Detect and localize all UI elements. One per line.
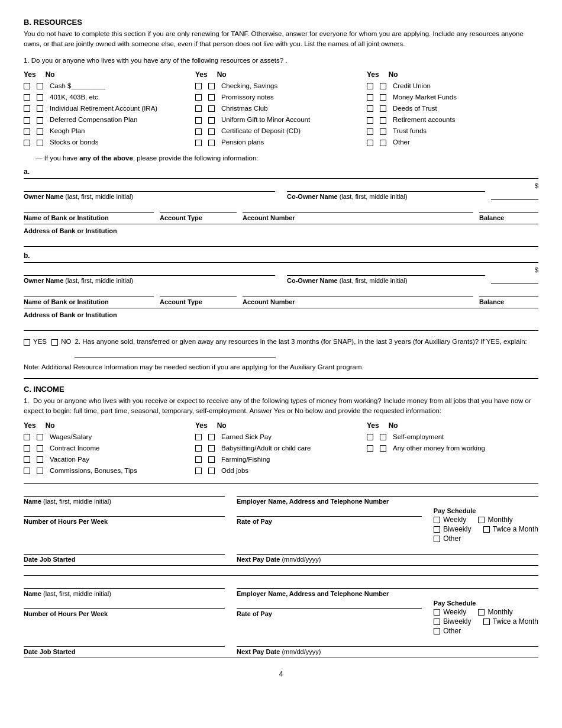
inc-yes-2-4[interactable] [195, 468, 202, 474]
q2-yes-checkbox[interactable] [24, 339, 30, 346]
no-checkbox-1-2[interactable] [37, 94, 43, 101]
owner-name-line-a[interactable] [24, 181, 275, 192]
emp1-employer-line[interactable] [237, 486, 538, 497]
no-checkbox-3-3[interactable] [380, 105, 386, 112]
bank-name-line-b[interactable] [24, 286, 154, 297]
inc-no-3-1[interactable] [380, 434, 386, 440]
inc-yes-2-2[interactable] [195, 445, 202, 452]
balance-line-a[interactable] [479, 202, 538, 213]
yes-checkbox-1-5[interactable] [24, 128, 30, 135]
emp2-weekly-checkbox[interactable] [434, 609, 440, 616]
yes-checkbox-1-2[interactable] [24, 94, 30, 101]
inc-no-1-1[interactable] [37, 434, 43, 440]
no-checkbox-2-1[interactable] [208, 83, 215, 89]
inc-col1-item-3: Vacation Pay [24, 455, 195, 464]
inc-yes-1-1[interactable] [24, 434, 30, 440]
yes-checkbox-3-2[interactable] [367, 94, 373, 101]
yes-checkbox-2-1[interactable] [195, 83, 202, 89]
inc-yes-2-1[interactable] [195, 434, 202, 440]
yes-checkbox-1-3[interactable] [24, 105, 30, 112]
acct-type-line-a[interactable] [160, 202, 237, 213]
co-owner-name-line-b[interactable] [287, 265, 485, 276]
emp2-name-line[interactable] [24, 578, 225, 589]
emp1-biweekly-checkbox[interactable] [434, 526, 440, 533]
yes-checkbox-2-4[interactable] [195, 117, 202, 124]
emp1-rate-line[interactable] [237, 506, 422, 517]
address-row-b: Address of Bank or Institution [24, 311, 538, 331]
emp1-nextpay-line[interactable] [237, 544, 538, 555]
emp2-twice-month-checkbox[interactable] [483, 619, 490, 625]
inc-no-2-1[interactable] [208, 434, 215, 440]
address-row-a: Address of Bank or Institution [24, 227, 538, 247]
no-checkbox-2-5[interactable] [208, 128, 215, 135]
owner-name-line-b[interactable] [24, 265, 275, 276]
yes-checkbox-2-5[interactable] [195, 128, 202, 135]
inc-yes-3-2[interactable] [367, 445, 373, 452]
yes-checkbox-2-3[interactable] [195, 105, 202, 112]
if-above-notice: — If you have any of the above, please p… [35, 154, 538, 162]
address-line-a[interactable] [24, 236, 538, 247]
emp1-other-checkbox[interactable] [434, 536, 440, 542]
inc-yes-1-3[interactable] [24, 456, 30, 463]
no-checkbox-2-6[interactable] [208, 140, 215, 146]
emp1-date-line[interactable] [24, 544, 225, 555]
no-checkbox-3-2[interactable] [380, 94, 386, 101]
co-owner-name-line-a[interactable] [287, 181, 485, 192]
emp2-rate-line[interactable] [237, 598, 422, 609]
balance-line-b[interactable] [479, 286, 538, 297]
yes-checkbox-1-6[interactable] [24, 140, 30, 146]
no-checkbox-1-4[interactable] [37, 117, 43, 124]
no-checkbox-1-1[interactable] [37, 83, 43, 89]
emp1-name-line[interactable] [24, 486, 225, 497]
inc-no-1-2[interactable] [37, 445, 43, 452]
inc-yes-1-2[interactable] [24, 445, 30, 452]
no-checkbox-1-3[interactable] [37, 105, 43, 112]
no-checkbox-3-6[interactable] [380, 140, 386, 146]
yes-checkbox-1-4[interactable] [24, 117, 30, 124]
yes-checkbox-3-1[interactable] [367, 83, 373, 89]
emp2-other-checkbox[interactable] [434, 628, 440, 634]
emp1-hours-line[interactable] [24, 506, 225, 517]
emp2-date-line[interactable] [24, 636, 225, 647]
emp2-hours-line[interactable] [24, 598, 225, 609]
no-checkbox-2-2[interactable] [208, 94, 215, 101]
yes-checkbox-3-5[interactable] [367, 128, 373, 135]
emp1-twice-month-checkbox[interactable] [483, 526, 490, 533]
col2-header: Yes No [195, 70, 367, 79]
inc-no-2-4[interactable] [208, 468, 215, 474]
emp1-monthly-checkbox[interactable] [478, 517, 485, 523]
inc-yes-2-3[interactable] [195, 456, 202, 463]
emp1-weekly-checkbox[interactable] [434, 517, 440, 523]
no-checkbox-2-3[interactable] [208, 105, 215, 112]
bank-name-line-a[interactable] [24, 202, 154, 213]
inc-no-1-3[interactable] [37, 456, 43, 463]
yes-checkbox-3-6[interactable] [367, 140, 373, 146]
emp2-employer-line[interactable] [237, 578, 538, 589]
inc-yes-1-4[interactable] [24, 468, 30, 474]
yes-checkbox-3-4[interactable] [367, 117, 373, 124]
no-checkbox-1-6[interactable] [37, 140, 43, 146]
inc-no-2-3[interactable] [208, 456, 215, 463]
emp2-monthly-checkbox[interactable] [478, 609, 485, 616]
yes-checkbox-1-1[interactable] [24, 83, 30, 89]
yes-checkbox-2-2[interactable] [195, 94, 202, 101]
acct-num-line-a[interactable] [243, 202, 473, 213]
no-checkbox-3-1[interactable] [380, 83, 386, 89]
emp2-biweekly-checkbox[interactable] [434, 619, 440, 625]
no-checkbox-1-5[interactable] [37, 128, 43, 135]
yes-checkbox-3-3[interactable] [367, 105, 373, 112]
inc-no-1-4[interactable] [37, 468, 43, 474]
yes-checkbox-2-6[interactable] [195, 140, 202, 146]
no-checkbox-3-5[interactable] [380, 128, 386, 135]
emp2-nextpay-line[interactable] [237, 636, 538, 647]
q2-explain-line[interactable] [75, 348, 276, 357]
q2-no-checkbox[interactable] [51, 339, 58, 346]
inc-no-2-2[interactable] [208, 445, 215, 452]
acct-type-line-b[interactable] [160, 286, 237, 297]
inc-no-3-2[interactable] [380, 445, 386, 452]
acct-num-line-b[interactable] [243, 286, 473, 297]
inc-yes-3-1[interactable] [367, 434, 373, 440]
no-checkbox-2-4[interactable] [208, 117, 215, 124]
address-line-b[interactable] [24, 320, 538, 331]
no-checkbox-3-4[interactable] [380, 117, 386, 124]
